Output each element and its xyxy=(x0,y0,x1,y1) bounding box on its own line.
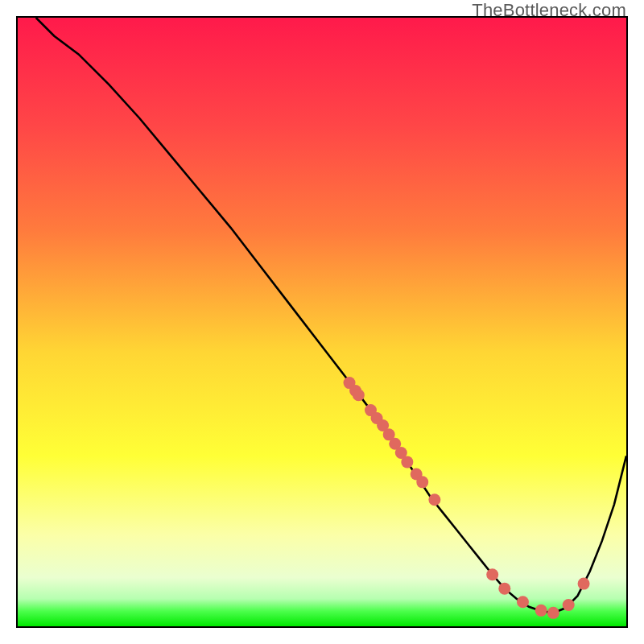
curve-layer xyxy=(18,18,626,626)
data-points xyxy=(344,377,590,619)
data-point xyxy=(353,389,365,401)
data-point xyxy=(401,456,413,468)
plot-area xyxy=(16,16,628,628)
data-point xyxy=(547,607,559,619)
data-point xyxy=(535,605,547,617)
data-point xyxy=(428,493,440,506)
data-point xyxy=(578,578,590,590)
chart-frame: TheBottleneck.com xyxy=(0,0,644,644)
data-point xyxy=(498,583,510,595)
data-point xyxy=(416,476,428,488)
data-point xyxy=(517,596,529,608)
bottleneck-curve xyxy=(36,18,626,613)
data-point xyxy=(563,599,575,611)
data-point xyxy=(486,568,498,580)
watermark-text: TheBottleneck.com xyxy=(472,0,626,21)
